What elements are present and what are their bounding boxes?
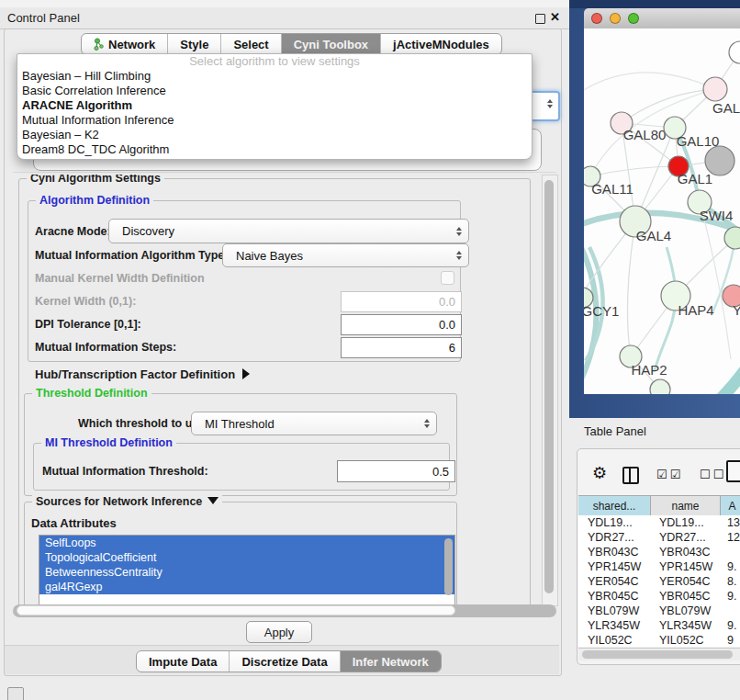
group-title: Cyni Algorithm Settings xyxy=(27,175,164,185)
top-strip xyxy=(0,0,569,7)
control-panel-tabs: Network Style Select Cyni Toolbox jActiv… xyxy=(81,33,502,55)
column-header-partial[interactable]: A xyxy=(721,496,740,515)
mi-steps-field[interactable]: 6 xyxy=(341,337,462,358)
tab-select[interactable]: Select xyxy=(221,34,281,54)
mi-type-combobox[interactable]: Naive Bayes xyxy=(222,243,469,267)
mi-threshold-field[interactable]: 0.5 xyxy=(337,460,455,482)
dropdown-item[interactable]: Bayesian – K2 xyxy=(17,128,532,142)
table-row[interactable]: YBR043CYBR043C xyxy=(578,545,740,559)
network-node-label: GAL1 xyxy=(678,171,712,186)
threshold-definition-title: Threshold Definition xyxy=(32,387,151,400)
zoom-button-mac[interactable] xyxy=(628,13,639,24)
network-graph: GALGAL80GAL10GAL1GAL11SWI4GAL4GCY1HAP4YH… xyxy=(584,28,740,394)
network-node-label: GAL4 xyxy=(636,228,671,243)
table-cell: YBL079W xyxy=(588,604,639,618)
network-canvas[interactable]: GALGAL80GAL10GAL1GAL11SWI4GAL4GCY1HAP4YH… xyxy=(584,28,740,394)
table-row[interactable]: YDL19...YDL19...13 xyxy=(578,515,740,530)
table-row[interactable]: YBR045CYBR045C9. xyxy=(578,589,740,604)
network-window-titlebar[interactable] xyxy=(584,8,740,29)
network-node[interactable] xyxy=(650,379,670,394)
table-row[interactable]: YPR145WYPR145W9. xyxy=(578,559,740,574)
table-hscrollbar[interactable] xyxy=(578,648,740,660)
network-node-label: GAL80 xyxy=(623,127,667,142)
network-node-label: HAP4 xyxy=(678,302,713,318)
close-button-mac[interactable] xyxy=(591,13,602,24)
tab-infer-network[interactable]: Infer Network xyxy=(341,651,441,672)
network-node-label: GAL xyxy=(712,100,740,116)
attr-items: SelfLoopsTopologicalCoefficientBetweenne… xyxy=(39,536,454,594)
gear-icon[interactable]: ⚙ xyxy=(592,463,607,483)
table-row[interactable]: YLR345WYLR345W9. xyxy=(578,618,740,633)
network-node[interactable] xyxy=(729,41,740,63)
network-node-label: Y xyxy=(733,302,740,318)
table-row[interactable]: YER054CYER054C8. xyxy=(578,574,740,589)
dropdown-item[interactable]: Mutual Information Inference xyxy=(17,113,532,128)
table-cell: YBR043C xyxy=(659,545,711,559)
tab-cyni-toolbox[interactable]: Cyni Toolbox xyxy=(282,34,381,54)
table-toolbar: ⚙ ☑☑ ☐☐ xyxy=(577,449,740,495)
tab-impute-data[interactable]: Impute Data xyxy=(137,651,230,672)
dock-panel-icon[interactable] xyxy=(7,687,24,700)
table-cell: YLR345W xyxy=(588,618,640,633)
tab-discretize-data[interactable]: Discretize Data xyxy=(230,651,340,672)
network-node-label: GCY1 xyxy=(584,303,619,319)
checked-boxes-icon[interactable]: ☑☑ xyxy=(656,468,683,481)
manual-kernel-checkbox[interactable] xyxy=(441,271,454,285)
table-row[interactable]: YIL052CYIL052C9 xyxy=(578,633,740,647)
network-icon xyxy=(94,38,104,51)
sources-title-toggle[interactable]: Sources for Network Inference xyxy=(32,495,222,508)
hub-section-toggle[interactable]: Hub/Transcription Factor Definition xyxy=(35,367,250,381)
table-hscroll-thumb[interactable] xyxy=(582,650,733,659)
unchecked-boxes-icon[interactable]: ☐☐ xyxy=(700,468,726,481)
close-icon[interactable]: ✕ xyxy=(550,10,560,24)
settings-vscrollbar[interactable] xyxy=(542,175,558,606)
dropdown-item[interactable]: Basic Correlation Inference xyxy=(17,84,532,98)
attribute-item[interactable]: gal4RGexp xyxy=(39,580,454,594)
algorithm-dropdown-popup: Select algorithm to view settings Bayesi… xyxy=(17,53,533,160)
table-row[interactable]: YBL079WYBL079W xyxy=(578,604,740,618)
table-body: YDL19...YDL19...13YDR27...YDR27...12YBR0… xyxy=(578,515,740,647)
cyni-bottom-tabs: Impute Data Discretize Data Infer Networ… xyxy=(136,650,442,672)
columns-icon[interactable] xyxy=(622,467,639,484)
dropdown-item[interactable]: ARACNE Algorithm xyxy=(17,98,532,113)
table-row[interactable]: YDR27...YDR27...12 xyxy=(578,530,740,545)
control-panel-title: Control Panel xyxy=(7,11,80,25)
settings-hscrollbar[interactable] xyxy=(13,604,556,617)
aracne-mode-combobox[interactable]: Discovery xyxy=(108,219,469,243)
dpi-tolerance-field[interactable]: 0.0 xyxy=(341,314,462,335)
app-window: Control Panel ✕ Network Style Select Cyn… xyxy=(0,0,740,700)
attribute-item[interactable]: TopologicalCoefficient xyxy=(39,550,454,565)
triangle-down-icon xyxy=(207,497,219,504)
data-attributes-list[interactable]: SelfLoopsTopologicalCoefficientBetweenne… xyxy=(39,535,455,604)
tab-network[interactable]: Network xyxy=(82,34,168,54)
chevron-updown-icon xyxy=(456,251,462,260)
attribute-item[interactable]: BetweennessCentrality xyxy=(39,565,454,580)
settings-vscroll-thumb[interactable] xyxy=(544,180,554,593)
aracne-mode-label: Aracne Mode: xyxy=(35,225,111,238)
dropdown-item[interactable]: Bayesian – Hill Climbing xyxy=(17,69,532,84)
list-scrollbar-thumb[interactable] xyxy=(444,538,453,595)
table-cell: 9. xyxy=(727,589,736,604)
table-cell: YDL19... xyxy=(659,515,704,530)
attribute-item[interactable]: SelfLoops xyxy=(39,536,454,550)
tab-style[interactable]: Style xyxy=(168,34,221,54)
float-icon[interactable] xyxy=(535,14,545,24)
tab-jactivemnodules[interactable]: jActiveMNodules xyxy=(381,34,501,54)
chevron-updown-icon xyxy=(547,99,553,108)
divider xyxy=(13,172,556,173)
dropdown-item[interactable]: Dream8 DC_TDC Algorithm xyxy=(17,142,532,157)
minimize-button-mac[interactable] xyxy=(610,13,621,24)
which-threshold-label: Which threshold to use: xyxy=(78,417,208,430)
dpi-tolerance-label: DPI Tolerance [0,1]: xyxy=(35,318,141,331)
table-cell: YPR145W xyxy=(588,559,641,574)
control-panel-titlebar: Control Panel xyxy=(0,7,569,29)
kernel-width-field[interactable]: 0.0 xyxy=(341,291,462,312)
column-header-shared[interactable]: shared... xyxy=(578,496,651,515)
network-node[interactable] xyxy=(703,77,727,101)
document-icon[interactable] xyxy=(726,460,740,482)
network-node[interactable] xyxy=(705,146,734,175)
column-header-name[interactable]: name xyxy=(651,496,721,515)
which-threshold-combobox[interactable]: MI Threshold xyxy=(191,412,437,435)
apply-button[interactable]: Apply xyxy=(246,621,312,643)
settings-hscroll-thumb[interactable] xyxy=(17,605,455,615)
